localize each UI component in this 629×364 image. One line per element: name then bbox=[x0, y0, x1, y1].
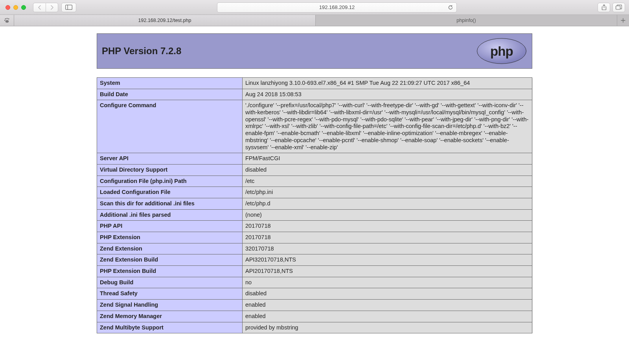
svg-rect-0 bbox=[66, 5, 72, 10]
config-value: /etc/php.d bbox=[243, 198, 532, 209]
forward-button[interactable] bbox=[46, 3, 58, 12]
config-value: /etc/php.ini bbox=[243, 187, 532, 198]
svg-point-7 bbox=[5, 20, 8, 23]
phpinfo-table: SystemLinux lanzhiyong 3.10.0-693.el7.x8… bbox=[97, 77, 532, 333]
svg-point-6 bbox=[4, 20, 5, 21]
php-version-title: PHP Version 7.2.8 bbox=[102, 46, 181, 57]
config-key: Server API bbox=[97, 153, 243, 165]
svg-point-4 bbox=[6, 18, 7, 19]
config-key: Zend Multibyte Support bbox=[97, 322, 243, 333]
table-row: Additional .ini files parsed(none) bbox=[97, 209, 532, 221]
table-row: Zend Extension BuildAPI320170718,NTS bbox=[97, 254, 532, 266]
tab-label: 192.168.209.12/test.php bbox=[138, 18, 191, 23]
config-value: API20170718,NTS bbox=[243, 266, 532, 277]
table-row: Server APIFPM/FastCGI bbox=[97, 153, 532, 165]
address-text: 192.168.209.12 bbox=[319, 4, 355, 10]
tab-2[interactable]: phpinfo() bbox=[316, 15, 617, 26]
back-button[interactable] bbox=[33, 3, 46, 12]
config-value: disabled bbox=[243, 288, 532, 300]
config-key: PHP Extension bbox=[97, 232, 243, 243]
config-key: Zend Memory Manager bbox=[97, 311, 243, 322]
config-key: Thread Safety bbox=[97, 288, 243, 300]
new-tab-button[interactable] bbox=[617, 15, 629, 26]
config-value: Aug 24 2018 15:08:53 bbox=[243, 89, 532, 100]
config-key: Zend Signal Handling bbox=[97, 300, 243, 311]
tab-label: phpinfo() bbox=[456, 18, 476, 23]
config-key: Additional .ini files parsed bbox=[97, 209, 243, 221]
favorites-tab[interactable] bbox=[0, 15, 14, 26]
share-icon bbox=[601, 4, 607, 10]
plus-icon bbox=[621, 18, 625, 23]
config-key: Zend Extension Build bbox=[97, 254, 243, 266]
config-value: './configure' '--prefix=/usr/local/php7'… bbox=[243, 100, 532, 153]
reload-button[interactable] bbox=[448, 5, 453, 10]
share-button[interactable] bbox=[598, 3, 610, 12]
table-row: Zend Signal Handlingenabled bbox=[97, 300, 532, 311]
svg-text:php: php bbox=[490, 44, 513, 59]
table-row: PHP Extension20170718 bbox=[97, 232, 532, 243]
config-value: disabled bbox=[243, 164, 532, 176]
tab-1[interactable]: 192.168.209.12/test.php bbox=[14, 15, 316, 26]
config-value: no bbox=[243, 277, 532, 288]
address-bar[interactable]: 192.168.209.12 bbox=[217, 2, 457, 13]
table-row: Zend Memory Managerenabled bbox=[97, 311, 532, 322]
sidebar-button[interactable] bbox=[61, 3, 76, 12]
config-key: Zend Extension bbox=[97, 243, 243, 254]
config-key: Scan this dir for additional .ini files bbox=[97, 198, 243, 209]
svg-rect-2 bbox=[616, 6, 620, 9]
config-value: 320170718 bbox=[243, 243, 532, 254]
svg-point-5 bbox=[8, 18, 9, 19]
php-logo: php bbox=[476, 38, 527, 64]
config-key: Configure Command bbox=[97, 100, 243, 153]
table-row: Debug Buildno bbox=[97, 277, 532, 288]
svg-point-3 bbox=[5, 18, 6, 19]
page-content: PHP Version 7.2.8 php SystemLinux lanzhi… bbox=[0, 26, 629, 333]
minimize-window-button[interactable] bbox=[13, 5, 18, 10]
config-value: 20170718 bbox=[243, 221, 532, 232]
config-value: Linux lanzhiyong 3.10.0-693.el7.x86_64 #… bbox=[243, 78, 532, 89]
config-value: /etc bbox=[243, 176, 532, 187]
config-value: enabled bbox=[243, 311, 532, 322]
nav-buttons bbox=[33, 3, 58, 12]
chevron-left-icon bbox=[38, 5, 41, 10]
phpinfo-header: PHP Version 7.2.8 php bbox=[97, 33, 532, 69]
chevron-right-icon bbox=[50, 5, 54, 10]
table-row: Configure Command'./configure' '--prefix… bbox=[97, 100, 532, 153]
sidebar-icon bbox=[65, 5, 72, 10]
window-controls bbox=[6, 5, 26, 10]
table-row: Zend Multibyte Supportprovided by mbstri… bbox=[97, 322, 532, 333]
reload-icon bbox=[448, 5, 453, 10]
config-key: PHP Extension Build bbox=[97, 266, 243, 277]
zoom-window-button[interactable] bbox=[21, 5, 26, 10]
paw-icon bbox=[4, 18, 10, 23]
config-key: System bbox=[97, 78, 243, 89]
show-tabs-button[interactable] bbox=[612, 3, 625, 12]
table-row: SystemLinux lanzhiyong 3.10.0-693.el7.x8… bbox=[97, 78, 532, 89]
table-row: Build DateAug 24 2018 15:08:53 bbox=[97, 89, 532, 100]
config-key: Build Date bbox=[97, 89, 243, 100]
config-value: (none) bbox=[243, 209, 532, 221]
table-row: Thread Safetydisabled bbox=[97, 288, 532, 300]
tab-bar: 192.168.209.12/test.php phpinfo() bbox=[0, 15, 629, 26]
tabs-icon bbox=[616, 5, 622, 10]
config-value: API320170718,NTS bbox=[243, 254, 532, 266]
config-value: FPM/FastCGI bbox=[243, 153, 532, 165]
table-row: PHP Extension BuildAPI20170718,NTS bbox=[97, 266, 532, 277]
config-key: Configuration File (php.ini) Path bbox=[97, 176, 243, 187]
table-row: Loaded Configuration File/etc/php.ini bbox=[97, 187, 532, 198]
browser-toolbar: 192.168.209.12 bbox=[0, 0, 629, 15]
config-value: provided by mbstring bbox=[243, 322, 532, 333]
toolbar-right bbox=[598, 3, 625, 12]
config-value: enabled bbox=[243, 300, 532, 311]
config-key: Virtual Directory Support bbox=[97, 164, 243, 176]
config-key: Debug Build bbox=[97, 277, 243, 288]
config-value: 20170718 bbox=[243, 232, 532, 243]
close-window-button[interactable] bbox=[6, 5, 10, 10]
table-row: Virtual Directory Supportdisabled bbox=[97, 164, 532, 176]
table-row: Configuration File (php.ini) Path/etc bbox=[97, 176, 532, 187]
table-row: PHP API20170718 bbox=[97, 221, 532, 232]
config-key: PHP API bbox=[97, 221, 243, 232]
config-key: Loaded Configuration File bbox=[97, 187, 243, 198]
table-row: Scan this dir for additional .ini files/… bbox=[97, 198, 532, 209]
table-row: Zend Extension320170718 bbox=[97, 243, 532, 254]
